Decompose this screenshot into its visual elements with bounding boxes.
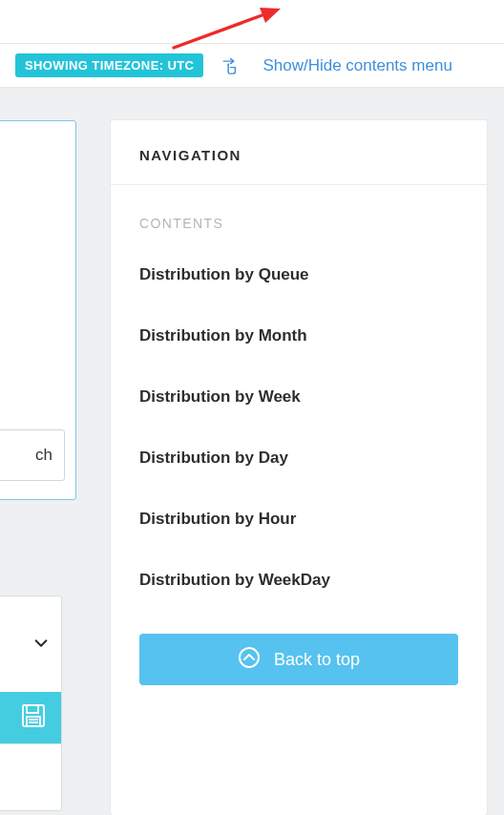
- show-hide-contents-link[interactable]: Show/Hide contents menu: [262, 56, 452, 75]
- chevron-down-icon[interactable]: [32, 635, 50, 656]
- nav-item-distribution-month[interactable]: Distribution by Month: [139, 305, 458, 366]
- timezone-badge: SHOWING TIMEZONE: UTC: [15, 53, 203, 77]
- background-row-divider: [0, 743, 61, 778]
- navigation-section-label: CONTENTS: [111, 185, 487, 239]
- navigation-title: NAVIGATION: [111, 120, 487, 185]
- navigation-panel: NAVIGATION CONTENTS Distribution by Queu…: [111, 120, 487, 815]
- svg-point-7: [240, 648, 259, 667]
- svg-rect-4: [27, 717, 40, 726]
- svg-point-0: [228, 63, 230, 65]
- nav-item-distribution-queue[interactable]: Distribution by Queue: [139, 244, 458, 305]
- swipe-icon[interactable]: [220, 54, 245, 77]
- chevron-up-circle-icon: [238, 646, 261, 674]
- save-strip[interactable]: [0, 692, 61, 743]
- background-card-fragment-bottom: [0, 596, 62, 811]
- search-input-fragment[interactable]: ch: [0, 429, 65, 481]
- header-bar: SHOWING TIMEZONE: UTC Show/Hide contents…: [0, 44, 504, 88]
- svg-rect-3: [27, 705, 38, 713]
- top-white-spacer: [0, 0, 504, 44]
- back-to-top-label: Back to top: [274, 650, 360, 670]
- nav-item-distribution-day[interactable]: Distribution by Day: [139, 428, 458, 489]
- nav-item-distribution-weekday[interactable]: Distribution by WeekDay: [139, 550, 458, 611]
- save-disk-icon: [21, 703, 46, 732]
- nav-item-distribution-hour[interactable]: Distribution by Hour: [139, 489, 458, 550]
- navigation-list: Distribution by Queue Distribution by Mo…: [111, 239, 487, 611]
- nav-item-distribution-week[interactable]: Distribution by Week: [139, 366, 458, 428]
- body-area: ch NAVIGATION CONTENTS Distribution by Q…: [0, 88, 504, 815]
- back-to-top-button[interactable]: Back to top: [139, 634, 458, 685]
